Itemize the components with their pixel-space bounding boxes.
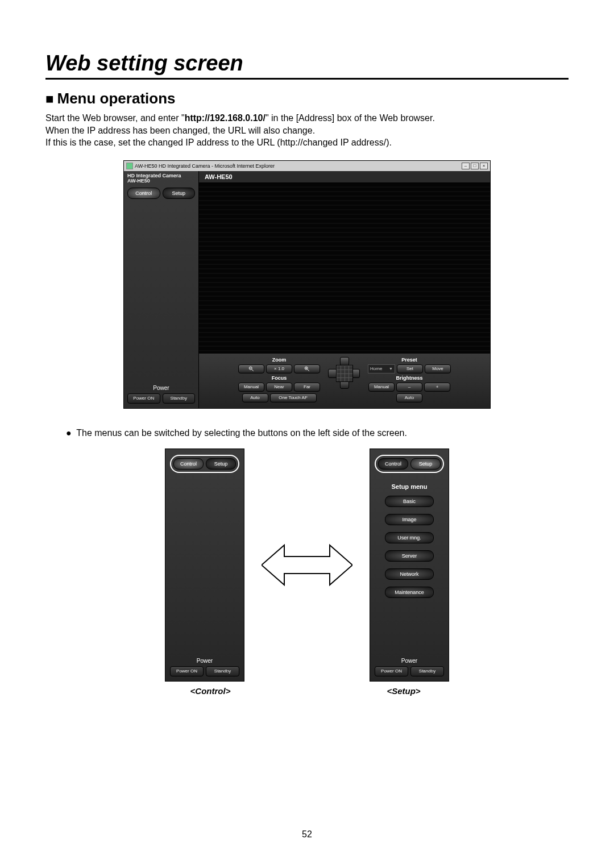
preset-title: Preset: [401, 357, 417, 363]
camera-title-line2: AW-HE50: [127, 178, 150, 184]
preset-move-button[interactable]: Move: [425, 364, 451, 373]
maximize-button[interactable]: □: [471, 163, 479, 169]
setup-menu-server[interactable]: Server: [385, 550, 434, 562]
tab-control[interactable]: Control: [127, 188, 160, 199]
browser-titlebar: AW-HE50 HD Integrated Camera - Microsoft…: [124, 161, 490, 171]
preset-select[interactable]: Home▼: [368, 364, 395, 373]
close-button[interactable]: ×: [480, 163, 488, 169]
tabs-highlight-setup: Control Setup: [375, 455, 444, 473]
focus-manual-button[interactable]: Manual: [238, 383, 264, 392]
bullet-note: ● The menus can be switched by selecting…: [66, 428, 569, 438]
chevron-down-icon: ▼: [389, 367, 393, 371]
brightness-manual-button[interactable]: Manual: [368, 383, 395, 392]
intro-paragraph: Start the Web browser, and enter "http:/…: [45, 112, 569, 149]
standby-button[interactable]: Standby: [163, 393, 196, 404]
svg-marker-7: [262, 545, 352, 585]
tabs-highlight: Control Setup: [170, 455, 239, 473]
mini-tab-control[interactable]: Control: [173, 458, 204, 470]
setup-menu-network[interactable]: Network: [385, 568, 434, 580]
section-heading: ■Menu operations: [45, 90, 569, 107]
zoom-in-icon: [304, 366, 310, 372]
mini-power-label: Power: [170, 658, 239, 664]
mini-tab-setup-2[interactable]: Setup: [410, 458, 441, 470]
mini-power-on-button[interactable]: Power ON: [170, 666, 204, 676]
intro-url: http://192.168.0.10/: [185, 113, 265, 123]
power-on-button[interactable]: Power ON: [127, 393, 160, 404]
control-bar: Zoom × 1.0 Focus Manual: [199, 354, 490, 408]
section-heading-text: Menu operations: [57, 90, 176, 107]
caption-control: <Control>: [171, 686, 250, 696]
square-bullet-icon: ■: [45, 91, 54, 106]
mini-tab-control-2[interactable]: Control: [378, 458, 408, 470]
app-icon: [126, 163, 133, 169]
zoom-out-icon: [248, 366, 254, 372]
setup-power-on-button[interactable]: Power ON: [375, 666, 408, 676]
setup-menu-maintenance[interactable]: Maintenance: [385, 587, 434, 598]
brightness-title: Brightness: [396, 375, 422, 381]
brightness-auto-button[interactable]: Auto: [396, 393, 422, 402]
title-rule: [45, 78, 569, 80]
focus-far-button[interactable]: Far: [294, 383, 320, 392]
intro-line1b: " in the [Address] box of the Web browse…: [265, 113, 435, 123]
focus-auto-button[interactable]: Auto: [242, 393, 268, 402]
zoom-out-button[interactable]: [238, 364, 264, 373]
pantilt-center[interactable]: [336, 365, 353, 382]
zoom-x10-button[interactable]: × 1.0: [266, 364, 292, 373]
intro-line3: If this is the case, set the changed IP …: [45, 138, 392, 147]
intro-line2: When the IP address has been changed, th…: [45, 126, 315, 135]
video-area: [199, 183, 490, 354]
setup-mini-panel: Control Setup Setup menu Basic Image Use…: [370, 448, 449, 682]
mini-tab-setup[interactable]: Setup: [206, 458, 236, 470]
browser-title-text: AW-HE50 HD Integrated Camera - Microsoft…: [135, 163, 275, 169]
bullet-note-text: The menus can be switched by selecting t…: [76, 428, 407, 438]
brightness-minus-button[interactable]: –: [396, 383, 422, 392]
focus-onetouch-button[interactable]: One Touch AF: [270, 393, 317, 402]
setup-standby-button[interactable]: Standby: [410, 666, 444, 676]
setup-menu-title: Setup menu: [375, 483, 444, 490]
pantilt-pad: [328, 357, 360, 389]
setup-power-label: Power: [375, 658, 444, 664]
svg-line-1: [252, 369, 254, 371]
preset-set-button[interactable]: Set: [397, 364, 423, 373]
double-arrow-icon: [262, 539, 352, 591]
preset-selected: Home: [370, 366, 382, 371]
browser-window: AW-HE50 HD Integrated Camera - Microsoft…: [123, 160, 491, 409]
mini-standby-button[interactable]: Standby: [206, 666, 239, 676]
svg-line-4: [308, 369, 309, 371]
intro-line1a: Start the Web browser, and enter ": [45, 113, 185, 123]
caption-setup: <Setup>: [364, 686, 443, 696]
main-panel: AW-HE50 Zoom × 1.0: [199, 171, 490, 408]
power-label: Power: [127, 385, 195, 391]
tab-setup[interactable]: Setup: [163, 188, 196, 199]
focus-near-button[interactable]: Near: [266, 383, 292, 392]
setup-menu-basic[interactable]: Basic: [385, 496, 434, 507]
brightness-plus-button[interactable]: +: [424, 383, 450, 392]
focus-title: Focus: [272, 375, 287, 381]
control-mini-panel: Control Setup Power Power ON Standby: [165, 448, 244, 682]
sidebar: HD Integrated Camera AW-HE50 Control Set…: [124, 171, 199, 408]
page-number: 52: [0, 829, 614, 840]
zoom-in-button[interactable]: [294, 364, 320, 373]
setup-menu-image[interactable]: Image: [385, 514, 434, 525]
page-title: Web setting screen: [45, 51, 569, 76]
zoom-title: Zoom: [272, 357, 287, 363]
model-label: AW-HE50: [199, 171, 490, 183]
minimize-button[interactable]: –: [462, 163, 470, 169]
setup-menu-usermng[interactable]: User mng.: [385, 532, 434, 543]
